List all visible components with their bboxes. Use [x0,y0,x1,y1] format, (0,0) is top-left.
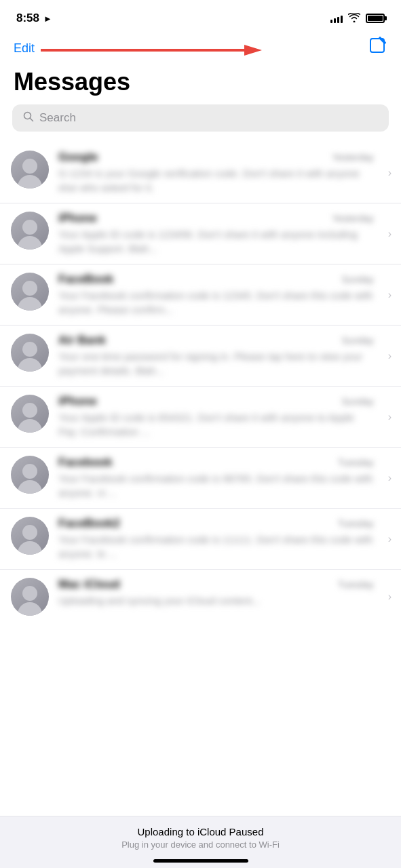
signal-bar-1 [330,20,332,23]
status-time: 8:58 ► [16,12,52,25]
message-content: Air Bank Sunday Your one-time password f… [58,334,390,378]
page-title: Messages [0,65,401,104]
message-content: Google Yesterday G-1234 is your Google v… [58,151,390,195]
message-preview: Your Apple ID code is 123456. Don't shar… [58,227,374,256]
signal-bar-4 [341,16,343,23]
compose-button[interactable] [368,37,387,60]
battery-icon [366,14,385,23]
contact-name: Mac iCloud [58,578,332,591]
message-time: Tuesday [338,457,374,468]
chevron-icon: › [388,167,392,179]
svg-marker-1 [244,45,262,56]
time-display: 8:58 [16,12,39,25]
avatar [11,334,49,372]
wifi-icon [348,13,360,24]
message-time: Yesterday [332,213,374,224]
avatar [11,395,49,433]
message-preview: Your Facebook confirmation code is 12345… [58,288,374,317]
message-preview: Your one-time password for signing in. P… [58,349,374,378]
search-icon [23,111,34,125]
notification-title: Uploading to iCloud Paused [14,826,387,837]
avatar [11,212,49,250]
contact-name: FaceBook [58,273,337,286]
list-item[interactable]: Google Yesterday G-1234 is your Google v… [0,142,401,203]
message-content: Facebook Tuesday Your Facebook confirmat… [58,456,390,500]
message-time: Sunday [342,335,374,346]
avatar [11,456,49,494]
message-time: Tuesday [338,579,374,590]
chevron-icon: › [388,411,392,423]
search-container: Search [0,104,401,142]
signal-bar-2 [334,18,336,23]
avatar [11,273,49,311]
message-preview: Your Facebook confirmation code is 11111… [58,532,374,561]
message-time: Tuesday [338,518,374,529]
status-bar: 8:58 ► [0,0,401,34]
notification-subtitle: Plug in your device and connect to Wi-Fi [14,840,387,850]
chevron-icon: › [388,533,392,545]
signal-bars [330,14,343,23]
message-preview: Your Apple ID code is 654321. Don't shar… [58,410,374,439]
contact-name: Facebook [58,456,332,469]
status-icons [330,13,385,24]
contact-name: iPhone [58,212,326,225]
list-item[interactable]: iPhone Yesterday Your Apple ID code is 1… [0,203,401,264]
message-content: iPhone Yesterday Your Apple ID code is 1… [58,212,390,256]
bottom-notification: Uploading to iCloud Paused Plug in your … [0,816,401,868]
red-arrow [41,42,265,58]
message-preview: Uploading and syncing your iCloud conten… [58,593,374,608]
messages-list: Google Yesterday G-1234 is your Google v… [0,142,401,624]
home-indicator [153,859,248,863]
nav-bar: Edit [0,34,401,65]
message-time: Yesterday [332,152,374,163]
contact-name: FaceBook2 [58,517,332,530]
list-item[interactable]: Mac iCloud Tuesday Uploading and syncing… [0,570,401,624]
signal-bar-3 [337,17,339,23]
list-item[interactable]: Facebook Tuesday Your Facebook confirmat… [0,448,401,509]
svg-line-6 [31,119,33,121]
contact-name: Google [58,151,326,164]
chevron-icon: › [388,472,392,484]
search-placeholder: Search [39,111,76,125]
message-content: Mac iCloud Tuesday Uploading and syncing… [58,578,390,608]
avatar [11,578,49,616]
chevron-icon: › [388,350,392,362]
message-content: iPhone Sunday Your Apple ID code is 6543… [58,395,390,439]
contact-name: iPhone [58,395,337,408]
list-item[interactable]: FaceBook Sunday Your Facebook confirmati… [0,264,401,326]
contact-name: Air Bank [58,334,337,347]
search-bar[interactable]: Search [12,104,389,132]
avatar [11,517,49,555]
list-item[interactable]: iPhone Sunday Your Apple ID code is 6543… [0,387,401,448]
message-preview: Your Facebook confirmation code is 98765… [58,471,374,500]
message-content: FaceBook Sunday Your Facebook confirmati… [58,273,390,317]
message-content: FaceBook2 Tuesday Your Facebook confirma… [58,517,390,561]
message-time: Sunday [342,396,374,407]
message-preview: G-1234 is your Google verification code.… [58,166,374,195]
chevron-icon: › [388,591,392,603]
list-item[interactable]: FaceBook2 Tuesday Your Facebook confirma… [0,509,401,570]
chevron-icon: › [388,228,392,240]
edit-button[interactable]: Edit [14,41,35,56]
avatar [11,151,49,189]
chevron-icon: › [388,289,392,301]
location-icon: ► [43,14,52,24]
message-time: Sunday [342,274,374,285]
list-item[interactable]: Air Bank Sunday Your one-time password f… [0,326,401,387]
